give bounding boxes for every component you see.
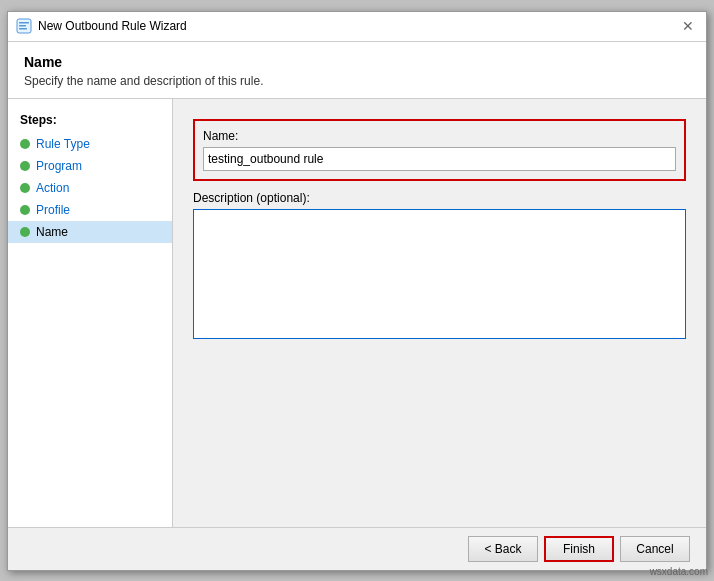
title-bar: New Outbound Rule Wizard ✕ xyxy=(8,12,706,42)
app-icon xyxy=(16,18,32,34)
name-label: Name: xyxy=(203,129,676,143)
step-dot-program xyxy=(20,161,30,171)
steps-label: Steps: xyxy=(8,109,172,133)
step-label-rule-type: Rule Type xyxy=(36,137,90,151)
desc-group: Description (optional): xyxy=(193,191,686,339)
step-dot-profile xyxy=(20,205,30,215)
main-window: New Outbound Rule Wizard ✕ Name Specify … xyxy=(7,11,707,571)
cancel-button[interactable]: Cancel xyxy=(620,536,690,562)
step-label-name: Name xyxy=(36,225,68,239)
sidebar-item-name[interactable]: Name xyxy=(8,221,172,243)
name-group: Name: xyxy=(193,119,686,181)
sidebar-item-action[interactable]: Action xyxy=(8,177,172,199)
page-subtitle: Specify the name and description of this… xyxy=(24,74,690,88)
footer: < Back Finish Cancel xyxy=(8,527,706,570)
step-label-program: Program xyxy=(36,159,82,173)
form-panel: Name: Description (optional): xyxy=(173,99,706,527)
svg-rect-3 xyxy=(19,28,27,30)
watermark: wsxdata.com xyxy=(650,566,708,577)
sidebar-item-profile[interactable]: Profile xyxy=(8,199,172,221)
steps-panel: Steps: Rule Type Program Action Profile xyxy=(8,99,173,527)
header-section: Name Specify the name and description of… xyxy=(8,42,706,99)
name-input[interactable] xyxy=(203,147,676,171)
svg-rect-2 xyxy=(19,25,26,27)
step-dot-action xyxy=(20,183,30,193)
window-title: New Outbound Rule Wizard xyxy=(38,19,187,33)
svg-rect-1 xyxy=(19,22,29,24)
content-area: Name Specify the name and description of… xyxy=(8,42,706,527)
step-dot-name xyxy=(20,227,30,237)
finish-button[interactable]: Finish xyxy=(544,536,614,562)
step-dot-rule-type xyxy=(20,139,30,149)
sidebar-item-program[interactable]: Program xyxy=(8,155,172,177)
description-input[interactable] xyxy=(193,209,686,339)
sidebar-item-rule-type[interactable]: Rule Type xyxy=(8,133,172,155)
close-button[interactable]: ✕ xyxy=(678,16,698,36)
page-title: Name xyxy=(24,54,690,70)
desc-label: Description (optional): xyxy=(193,191,686,205)
step-label-profile: Profile xyxy=(36,203,70,217)
back-button[interactable]: < Back xyxy=(468,536,538,562)
main-section: Steps: Rule Type Program Action Profile xyxy=(8,99,706,527)
step-label-action: Action xyxy=(36,181,69,195)
title-bar-left: New Outbound Rule Wizard xyxy=(16,18,187,34)
